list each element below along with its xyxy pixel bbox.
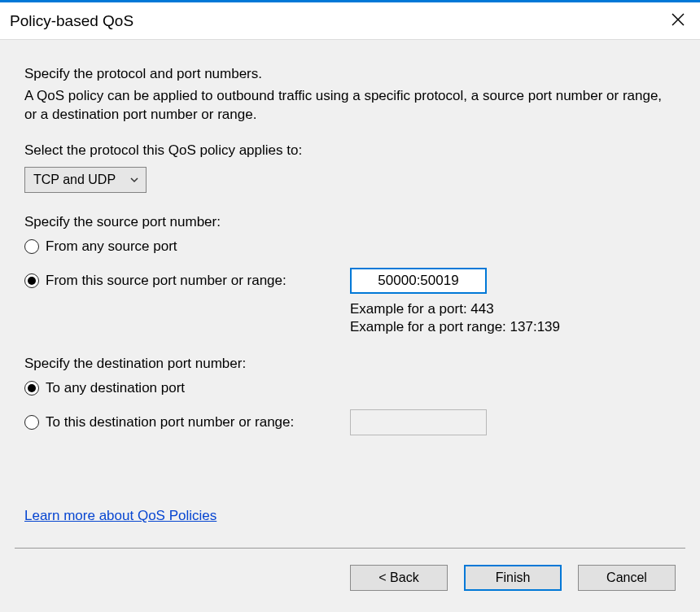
footer-separator [15, 548, 685, 549]
chevron-down-icon [129, 175, 139, 185]
source-port-group: Specify the source port number: From any… [24, 214, 676, 336]
instruction-heading: Specify the protocol and port numbers. [24, 66, 676, 82]
learn-more-link[interactable]: Learn more about QoS Policies [24, 508, 217, 524]
protocol-label: Select the protocol this QoS policy appl… [24, 142, 676, 159]
wizard-buttons: < Back Finish Cancel [350, 565, 676, 591]
radio-source-specific-label: From this source port number or range: [46, 273, 287, 289]
source-port-input[interactable] [350, 268, 487, 294]
source-port-label: Specify the source port number: [24, 214, 676, 230]
radio-dest-any-label: To any destination port [46, 380, 185, 396]
finish-button[interactable]: Finish [464, 565, 562, 591]
window-title: Policy-based QoS [10, 12, 133, 30]
wizard-page: Specify the protocol and port numbers. A… [0, 39, 700, 612]
radio-icon [24, 415, 39, 430]
cancel-button[interactable]: Cancel [578, 565, 676, 591]
example-port-range: Example for a port range: 137:139 [350, 318, 676, 336]
close-button[interactable] [667, 9, 689, 33]
source-port-examples: Example for a port: 443 Example for a po… [350, 300, 676, 336]
back-button[interactable]: < Back [350, 565, 448, 591]
radio-icon [24, 239, 39, 254]
destination-port-input[interactable] [350, 409, 487, 435]
destination-port-group: Specify the destination port number: To … [24, 356, 676, 435]
radio-icon [24, 273, 39, 288]
radio-dest-specific-label: To this destination port number or range… [46, 414, 294, 431]
example-port: Example for a port: 443 [350, 300, 676, 318]
close-icon [671, 12, 685, 27]
radio-source-any-label: From any source port [46, 238, 177, 255]
destination-port-label: Specify the destination port number: [24, 356, 676, 372]
protocol-select[interactable]: TCP and UDP [24, 167, 147, 193]
radio-icon [24, 381, 39, 396]
radio-source-specific[interactable]: From this source port number or range: [24, 273, 287, 289]
protocol-select-value: TCP and UDP [33, 173, 116, 187]
radio-source-any[interactable]: From any source port [24, 238, 676, 255]
radio-dest-any[interactable]: To any destination port [24, 380, 676, 396]
titlebar: Policy-based QoS [0, 2, 700, 39]
radio-dest-specific[interactable]: To this destination port number or range… [24, 414, 294, 431]
instruction-description: A QoS policy can be applied to outbound … [24, 87, 676, 125]
